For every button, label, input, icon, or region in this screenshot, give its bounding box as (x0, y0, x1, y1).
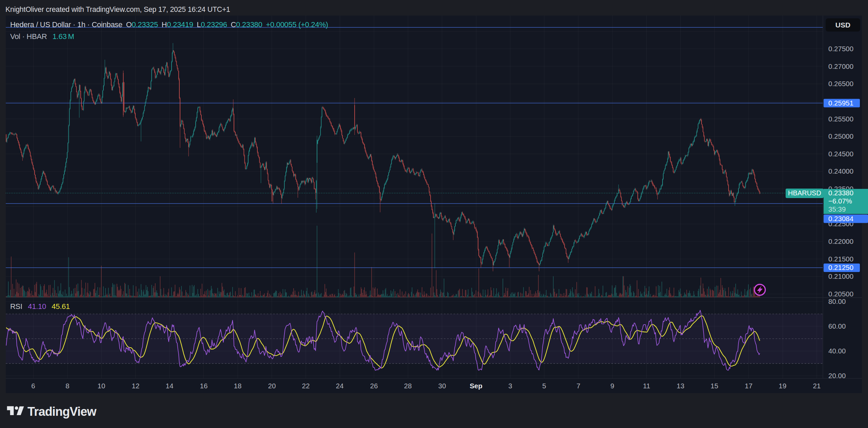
svg-text:8: 8 (65, 382, 69, 390)
svg-text:RSI 41.10 45.61: RSI 41.10 45.61 (10, 302, 70, 311)
svg-text:0.25000: 0.25000 (828, 132, 853, 140)
svg-text:HBARUSD: HBARUSD (788, 189, 821, 197)
svg-text:15: 15 (711, 382, 718, 390)
svg-text:22: 22 (302, 382, 310, 390)
svg-text:12: 12 (132, 382, 140, 390)
svg-text:Hedera / US Dollar · 1h · Coin: Hedera / US Dollar · 1h · Coinbase O0.23… (10, 20, 328, 29)
svg-text:KnightOliver created with Trad: KnightOliver created with TradingView.co… (5, 5, 230, 14)
svg-text:0.22000: 0.22000 (828, 237, 853, 245)
svg-text:21: 21 (813, 382, 821, 390)
svg-text:0.25500: 0.25500 (828, 115, 853, 123)
svg-text:17: 17 (745, 382, 753, 390)
svg-text:26: 26 (370, 382, 378, 390)
svg-text:0.21250: 0.21250 (828, 264, 853, 271)
svg-text:10: 10 (98, 382, 105, 390)
svg-text:11: 11 (643, 382, 650, 390)
svg-text:14: 14 (166, 382, 174, 390)
svg-text:35:39: 35:39 (828, 205, 846, 213)
svg-text:0.23084: 0.23084 (828, 215, 853, 222)
svg-text:0.24500: 0.24500 (828, 150, 853, 158)
svg-text:0.20500: 0.20500 (828, 290, 853, 298)
svg-text:19: 19 (779, 382, 787, 390)
svg-text:0.21500: 0.21500 (828, 255, 853, 263)
svg-text:0.23380: 0.23380 (828, 189, 853, 197)
svg-text:−6.07%: −6.07% (828, 197, 852, 205)
svg-text:20.00: 20.00 (828, 372, 846, 380)
svg-text:Sep: Sep (470, 382, 482, 390)
svg-text:Vol · HBAR 1.63 M: Vol · HBAR 1.63 M (10, 32, 74, 41)
svg-text:0.21000: 0.21000 (828, 272, 853, 280)
svg-text:40.00: 40.00 (828, 347, 846, 355)
svg-text:6: 6 (31, 382, 35, 390)
svg-text:USD: USD (835, 21, 850, 29)
svg-text:0.26500: 0.26500 (828, 80, 853, 87)
svg-text:5: 5 (542, 382, 546, 390)
svg-text:9: 9 (610, 382, 614, 390)
svg-text:80.00: 80.00 (828, 297, 846, 305)
svg-text:TradingView: TradingView (27, 405, 97, 419)
svg-text:0.25951: 0.25951 (828, 99, 853, 107)
svg-text:28: 28 (404, 382, 412, 390)
svg-text:30: 30 (438, 382, 446, 390)
svg-text:0.27000: 0.27000 (828, 62, 853, 70)
svg-text:18: 18 (234, 382, 242, 390)
svg-text:3: 3 (508, 382, 512, 390)
svg-text:0.24000: 0.24000 (828, 167, 853, 175)
svg-text:16: 16 (200, 382, 208, 390)
svg-text:0.27500: 0.27500 (828, 45, 853, 53)
svg-text:13: 13 (677, 382, 685, 390)
svg-text:24: 24 (336, 382, 344, 390)
svg-text:7: 7 (576, 382, 580, 390)
svg-text:20: 20 (268, 382, 276, 390)
svg-text:60.00: 60.00 (828, 322, 846, 330)
